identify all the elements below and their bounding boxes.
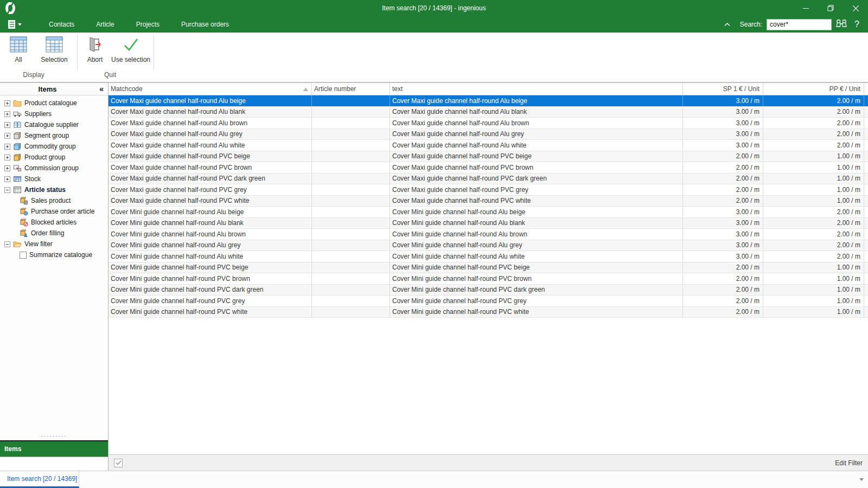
tree-item-view-filter[interactable]: View filter [0,239,108,249]
cell-matchcode: Cover Mini guide channel half-round Alu … [108,229,312,240]
abort-button[interactable]: Abort [80,33,110,70]
cell-sp1-price: 2.00 / m [683,296,763,306]
table-row[interactable]: Cover Maxi guide channel half-round Alu … [108,118,868,129]
menu-item-contacts[interactable]: Contacts [38,18,85,31]
column-header-matchcode[interactable]: Matchcode [108,83,312,95]
edit-filter-link[interactable]: Edit Filter [835,459,863,467]
table-row[interactable]: Cover Mini guide channel half-round PVC … [108,296,868,307]
tree-item-product-group[interactable]: Product group [0,152,108,163]
cell-text: Cover Maxi guide channel half-round PVC … [390,162,683,173]
tab-scroll-icon[interactable] [859,471,868,488]
sidebar-caption-bar[interactable]: Items [0,440,108,457]
cell-matchcode: Cover Maxi guide channel half-round PVC … [108,151,312,162]
minimize-button[interactable] [793,0,818,16]
cell-article-number [312,251,390,262]
tree-item-sales-product[interactable]: Sales product [0,195,108,206]
tree-item-catalogue-supplier[interactable]: Catalogue supplier [0,119,108,130]
tree-item-summarize-catalogue[interactable]: Summarize catalogue [0,249,108,260]
cell-pp-price: 2.00 / m [763,95,864,106]
cell-text: Cover Mini guide channel half-round PVC … [390,307,683,318]
tree-item-product-catalogue[interactable]: Product catalogue [0,98,108,108]
table-row[interactable]: Cover Mini guide channel half-round Alu … [108,251,868,262]
cell-text: Cover Mini guide channel half-round PVC … [390,273,683,284]
cell-pp-price: 2.00 / m [763,207,864,217]
table-row[interactable]: Cover Mini guide channel half-round PVC … [108,262,868,274]
order-filling-icon [20,229,28,237]
cell-text: Cover Mini guide channel half-round Alu … [390,207,683,217]
expand-plus-icon[interactable] [4,144,10,150]
table-row[interactable]: Cover Maxi guide channel half-round PVC … [108,184,868,196]
cell-article-number [312,162,390,173]
column-header-article-number[interactable]: Article number [312,83,390,95]
table-row[interactable]: Cover Maxi guide channel half-round PVC … [108,151,868,163]
search-label: Search: [740,21,762,28]
collapse-sidebar-icon[interactable]: « [95,85,108,93]
selection-button[interactable]: Selection [34,33,75,70]
menu-item-purchase-orders[interactable]: Purchase orders [170,18,240,31]
binoculars-icon[interactable] [836,19,847,30]
menu-item-article[interactable]: Article [85,18,125,31]
table-row[interactable]: Cover Mini guide channel half-round Alu … [108,240,868,252]
column-header-text[interactable]: text [390,83,683,95]
cell-pp-price: 2.00 / m [763,251,864,262]
expand-plus-icon[interactable] [4,100,10,106]
cell-pp-price: 1.00 / m [763,307,864,318]
use-selection-button[interactable]: Use selection [110,33,151,70]
table-row[interactable]: Cover Mini guide channel half-round Alu … [108,229,868,240]
tree-item-order-filling[interactable]: Order filling [0,228,108,239]
cell-pp-price: 1.00 / m [763,262,864,273]
table-row[interactable]: Cover Maxi guide channel half-round PVC … [108,174,868,185]
expand-plus-icon[interactable] [4,122,10,128]
expand-plus-icon[interactable] [4,155,10,160]
tree-item-commodity-group[interactable]: Commodity group [0,141,108,152]
cell-text: Cover Maxi guide channel half-round Alu … [390,129,683,140]
table-row[interactable]: Cover Maxi guide channel half-round Alu … [108,95,868,107]
app-menu-button[interactable] [5,18,24,30]
help-icon[interactable]: ? [851,20,863,29]
table-row[interactable]: Cover Mini guide channel half-round Alu … [108,207,868,218]
tab-item-search[interactable]: Item search [20 / 14369] [0,471,79,488]
close-button[interactable] [843,0,868,16]
sidebar-tree: Product catalogue Suppliers [0,95,108,434]
table-row[interactable]: Cover Maxi guide channel half-round Alu … [108,107,868,118]
table-row[interactable]: Cover Mini guide channel half-round PVC … [108,273,868,285]
cell-text: Cover Mini guide channel half-round Alu … [390,229,683,240]
tree-item-blocked-articles[interactable]: Blocked articles [0,217,108,228]
expand-plus-icon[interactable] [4,165,10,171]
collapse-ribbon-button[interactable] [724,23,730,27]
tree-item-suppliers[interactable]: Suppliers [0,108,108,119]
cell-text: Cover Mini guide channel half-round Alu … [390,240,683,251]
table-row[interactable]: Cover Maxi guide channel half-round PVC … [108,196,868,207]
filter-active-checkbox[interactable] [114,459,123,467]
table-row[interactable]: Cover Mini guide channel half-round Alu … [108,218,868,229]
tree-item-commission-group[interactable]: Commission group [0,163,108,174]
summarize-catalogue-checkbox[interactable] [20,252,27,259]
table-row[interactable]: Cover Maxi guide channel half-round Alu … [108,129,868,140]
collapse-minus-icon[interactable] [4,241,10,247]
expand-plus-icon[interactable] [4,133,10,139]
cell-article-number [312,307,390,318]
all-button[interactable]: All [3,33,34,70]
tree-item-stock[interactable]: Stock [0,174,108,184]
collapse-minus-icon[interactable] [4,187,10,193]
menubar: Contacts Article Projects Purchase order… [0,16,868,33]
cell-text: Cover Mini guide channel half-round PVC … [390,296,683,306]
restore-button[interactable] [818,0,843,16]
column-header-pp[interactable]: PP € / Unit [763,83,864,95]
splitter-grip[interactable]: ········· [0,434,108,440]
tree-item-segment-group[interactable]: Segment group [0,130,108,141]
table-row[interactable]: Cover Mini guide channel half-round PVC … [108,307,868,318]
table-row[interactable]: Cover Mini guide channel half-round PVC … [108,285,868,296]
checkmark-icon [122,36,140,53]
expand-plus-icon[interactable] [4,111,10,117]
table-row[interactable]: Cover Maxi guide channel half-round PVC … [108,162,868,174]
cell-matchcode: Cover Mini guide channel half-round PVC … [108,273,312,284]
tree-item-article-status[interactable]: Article status [0,184,108,195]
expand-plus-icon[interactable] [4,176,10,182]
column-header-sp1[interactable]: SP 1 € / Unit [683,83,763,95]
table-row[interactable]: Cover Maxi guide channel half-round Alu … [108,140,868,151]
tree-item-purchase-order-article[interactable]: Purchase order article [0,206,108,217]
menu-item-projects[interactable]: Projects [125,18,170,31]
search-input[interactable] [767,19,832,30]
sidebar: Items « Product catalogue Suppliers [0,83,108,471]
